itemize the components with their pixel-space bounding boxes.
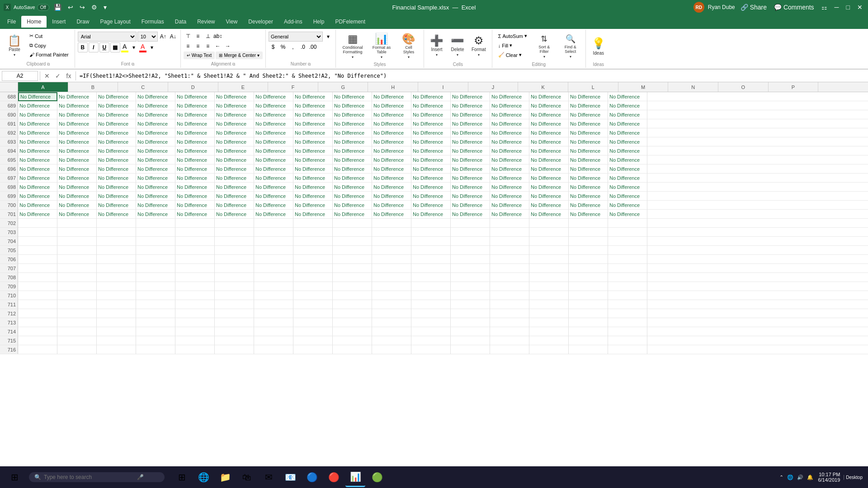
cut-button[interactable]: ✂ Cut bbox=[26, 32, 72, 40]
cell-C705[interactable] bbox=[97, 246, 136, 255]
unknown-icon[interactable]: 🟢 bbox=[367, 467, 387, 487]
cell-O688[interactable]: No Difference bbox=[569, 92, 608, 101]
cell-H716[interactable] bbox=[293, 345, 333, 354]
decrease-indent-button[interactable]: ← bbox=[213, 42, 222, 51]
cell-C702[interactable] bbox=[97, 219, 136, 228]
cell-E701[interactable]: No Difference bbox=[175, 210, 215, 219]
tab-page-layout[interactable]: Page Layout bbox=[94, 16, 136, 28]
clipboard-expand-icon[interactable]: ⧉ bbox=[47, 62, 50, 66]
cell-A697[interactable]: No Difference bbox=[18, 174, 57, 183]
cell-A714[interactable] bbox=[18, 327, 57, 336]
cell-L701[interactable]: No Difference bbox=[451, 210, 490, 219]
cell-P709[interactable] bbox=[608, 282, 647, 291]
cell-E700[interactable]: No Difference bbox=[175, 201, 215, 210]
mic-icon[interactable]: 🎤 bbox=[137, 474, 144, 480]
cell-N702[interactable] bbox=[529, 219, 569, 228]
cell-A708[interactable] bbox=[18, 273, 57, 282]
cell-B708[interactable] bbox=[57, 273, 97, 282]
cell-L710[interactable] bbox=[451, 291, 490, 300]
cell-L691[interactable]: No Difference bbox=[451, 119, 490, 128]
cell-B691[interactable]: No Difference bbox=[57, 119, 97, 128]
cell-P712[interactable] bbox=[608, 309, 647, 318]
cell-E716[interactable] bbox=[175, 345, 215, 354]
tab-view[interactable]: View bbox=[221, 16, 243, 28]
cell-E708[interactable] bbox=[175, 273, 215, 282]
cell-M712[interactable] bbox=[490, 309, 529, 318]
cell-K690[interactable]: No Difference bbox=[411, 110, 451, 119]
cell-G705[interactable] bbox=[254, 246, 293, 255]
cell-F698[interactable]: No Difference bbox=[215, 183, 254, 192]
cell-J699[interactable]: No Difference bbox=[372, 192, 411, 201]
cell-N712[interactable] bbox=[529, 309, 569, 318]
cell-O709[interactable] bbox=[569, 282, 608, 291]
cell-O713[interactable] bbox=[569, 318, 608, 327]
cell-D699[interactable]: No Difference bbox=[136, 192, 175, 201]
cell-B694[interactable]: No Difference bbox=[57, 146, 97, 155]
row-number-714[interactable]: 714 bbox=[0, 327, 18, 336]
cell-D696[interactable]: No Difference bbox=[136, 164, 175, 174]
cell-P699[interactable]: No Difference bbox=[608, 192, 647, 201]
cell-N713[interactable] bbox=[529, 318, 569, 327]
row-number-716[interactable]: 716 bbox=[0, 345, 18, 354]
cell-N692[interactable]: No Difference bbox=[529, 128, 569, 137]
fill-button[interactable]: ↓ Fill ▾ bbox=[495, 41, 530, 50]
row-number-688[interactable]: 688 bbox=[0, 92, 18, 101]
row-number-713[interactable]: 713 bbox=[0, 318, 18, 327]
cell-C714[interactable] bbox=[97, 327, 136, 336]
chrome-icon[interactable]: 🔵 bbox=[302, 467, 322, 487]
cell-K695[interactable]: No Difference bbox=[411, 155, 451, 164]
fill-dropdown[interactable]: ▾ bbox=[509, 42, 512, 48]
cell-L704[interactable] bbox=[451, 237, 490, 246]
cell-I693[interactable]: No Difference bbox=[333, 137, 372, 146]
cell-E702[interactable] bbox=[175, 219, 215, 228]
cell-D703[interactable] bbox=[136, 228, 175, 237]
cell-B712[interactable] bbox=[57, 309, 97, 318]
format-painter-button[interactable]: 🖌 Format Painter bbox=[26, 51, 72, 59]
cell-B707[interactable] bbox=[57, 264, 97, 273]
cell-M703[interactable] bbox=[490, 228, 529, 237]
cell-L706[interactable] bbox=[451, 255, 490, 264]
cell-D705[interactable] bbox=[136, 246, 175, 255]
row-number-706[interactable]: 706 bbox=[0, 255, 18, 264]
percent-button[interactable]: % bbox=[278, 42, 288, 52]
decrease-decimal-button[interactable]: .0 bbox=[298, 42, 307, 52]
cell-H704[interactable] bbox=[293, 237, 333, 246]
tab-data[interactable]: Data bbox=[170, 16, 192, 28]
cell-K698[interactable]: No Difference bbox=[411, 183, 451, 192]
cell-L699[interactable]: No Difference bbox=[451, 192, 490, 201]
cell-C693[interactable]: No Difference bbox=[97, 137, 136, 146]
cell-I711[interactable] bbox=[333, 300, 372, 309]
cell-A711[interactable] bbox=[18, 300, 57, 309]
cell-D710[interactable] bbox=[136, 291, 175, 300]
cell-B695[interactable]: No Difference bbox=[57, 155, 97, 164]
cell-M714[interactable] bbox=[490, 327, 529, 336]
font-size-select[interactable]: 10 bbox=[137, 32, 158, 42]
cell-P705[interactable] bbox=[608, 246, 647, 255]
align-center-button[interactable]: ≡ bbox=[193, 42, 203, 51]
cell-J705[interactable] bbox=[372, 246, 411, 255]
cell-A704[interactable] bbox=[18, 237, 57, 246]
cell-A696[interactable]: No Difference bbox=[18, 164, 57, 174]
cell-K704[interactable] bbox=[411, 237, 451, 246]
cell-K714[interactable] bbox=[411, 327, 451, 336]
cell-D709[interactable] bbox=[136, 282, 175, 291]
cell-N704[interactable] bbox=[529, 237, 569, 246]
cell-C691[interactable]: No Difference bbox=[97, 119, 136, 128]
cell-I705[interactable] bbox=[333, 246, 372, 255]
cell-B688[interactable]: No Difference bbox=[57, 92, 97, 101]
cell-K712[interactable] bbox=[411, 309, 451, 318]
clear-dropdown[interactable]: ▾ bbox=[519, 52, 522, 58]
col-header-L[interactable]: L bbox=[568, 82, 618, 92]
cell-I697[interactable]: No Difference bbox=[333, 174, 372, 183]
cell-C695[interactable]: No Difference bbox=[97, 155, 136, 164]
cell-D707[interactable] bbox=[136, 264, 175, 273]
cell-C708[interactable] bbox=[97, 273, 136, 282]
merge-center-button[interactable]: ⊞ Merge & Center ▾ bbox=[216, 52, 263, 59]
cell-D689[interactable]: No Difference bbox=[136, 101, 175, 110]
cell-A692[interactable]: No Difference bbox=[18, 128, 57, 137]
cell-J713[interactable] bbox=[372, 318, 411, 327]
sort-filter-button[interactable]: ⇅ Sort & Filter ▾ bbox=[532, 32, 557, 61]
comma-button[interactable]: , bbox=[288, 42, 297, 52]
cell-K702[interactable] bbox=[411, 219, 451, 228]
cell-A710[interactable] bbox=[18, 291, 57, 300]
